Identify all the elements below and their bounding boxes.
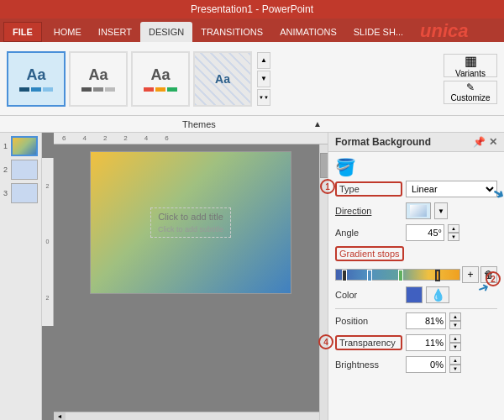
slide-thumb-3[interactable] <box>11 183 38 203</box>
slide-number-3: 3 <box>3 189 8 197</box>
position-spin-up[interactable]: ▲ <box>449 312 461 321</box>
angle-row: Angle ▲ ▼ <box>335 224 497 241</box>
theme-item-2[interactable]: Aa <box>69 51 128 107</box>
angle-label: Angle <box>335 228 402 238</box>
slide-canvas[interactable]: Click to add title Click to add subtitle <box>90 151 291 294</box>
slide-number-2: 2 <box>3 165 8 174</box>
slide-text-box[interactable]: Click to add title Click to add subtitle <box>150 207 231 238</box>
tab-animations[interactable]: ANIMATIONS <box>271 22 345 42</box>
ruler-left: 202 <box>42 158 54 326</box>
tab-slideshow[interactable]: SLIDE SH... <box>345 22 412 42</box>
ribbon-tabs-bar: FILE HOME INSERT DESIGN TRANSITIONS ANIM… <box>0 18 504 42</box>
unica-logo: unica <box>420 20 468 42</box>
brightness-label: Brightness <box>335 360 402 370</box>
themes-label-bar: Themes ▲ <box>0 116 504 133</box>
panel-pin-icon[interactable]: 📌 <box>473 136 486 148</box>
panel-divider-1 <box>335 308 497 309</box>
color-picker-btn[interactable]: 💧 <box>426 286 449 303</box>
angle-spin-up[interactable]: ▲ <box>448 224 459 233</box>
slide-thumb-1[interactable] <box>11 136 38 156</box>
brightness-spin-up[interactable]: ▲ <box>449 356 461 365</box>
scrollbar-thumb[interactable] <box>320 153 328 178</box>
slide-number-1: 1 <box>3 142 8 150</box>
tab-home[interactable]: HOME <box>45 22 90 42</box>
paint-bucket-icon: 🪣 <box>335 157 497 177</box>
theme-label-2: Aa <box>88 66 108 84</box>
format-panel-body: 🪣 Type Linear Radial Rectangular 1 Direc… <box>328 152 504 383</box>
format-panel-header: Format Background 📌 ✕ <box>328 133 504 152</box>
tab-insert[interactable]: INSERT <box>90 22 140 42</box>
angle-spin-down[interactable]: ▼ <box>448 233 459 241</box>
theme-scroll-more[interactable]: ▼▼ <box>257 89 270 106</box>
theme-scroll-up[interactable]: ▲ <box>257 52 270 69</box>
direction-row: Direction ▼ ➜ 3 <box>335 202 497 219</box>
direction-dropdown-btn[interactable]: ▼ <box>434 202 448 219</box>
annotation-4-circle: 4 <box>318 334 333 349</box>
theme-items: Aa Aa Aa Aa <box>7 51 437 107</box>
theme-scroll-down[interactable]: ▼ <box>257 71 270 87</box>
main-area: 1 2 3 642246 202 Click to add title Clic… <box>0 133 504 420</box>
ruler-top: 642246 <box>54 133 328 144</box>
slide-nav-item-3[interactable]: 3 <box>3 183 38 203</box>
theme-item-4[interactable]: Aa <box>193 51 252 107</box>
slide-placeholder-title: Click to add title <box>158 212 223 222</box>
ribbon-content: Aa Aa Aa Aa <box>0 42 504 116</box>
theme-label-1: Aa <box>26 66 45 84</box>
brightness-input[interactable] <box>406 356 446 373</box>
type-label: Type <box>335 181 402 197</box>
position-spin-down[interactable]: ▼ <box>449 321 461 329</box>
theme-scroll-btns: ▲ ▼ ▼▼ <box>257 52 270 106</box>
variants-label: Variants <box>455 69 486 78</box>
themes-section-label: Themes <box>182 119 216 129</box>
transparency-spin-up[interactable]: ▲ <box>449 334 461 343</box>
ribbon-right-buttons: ▦ Variants ✎ Customize <box>444 54 497 104</box>
slide-nav-item-1[interactable]: 1 <box>3 136 38 156</box>
direction-label: Direction <box>335 206 402 216</box>
theme-item-3[interactable]: Aa <box>131 51 190 107</box>
customize-button[interactable]: ✎ Customize <box>444 81 497 104</box>
slide-nav-item-2[interactable]: 2 <box>3 160 38 180</box>
add-stop-btn[interactable]: + <box>462 266 479 283</box>
title-text: Presentation1 - PowerPoint <box>191 3 313 15</box>
gradient-stops-section: Gradient stops + 🗑 <box>335 246 497 283</box>
tab-transitions[interactable]: TRANSITIONS <box>192 22 271 42</box>
title-bar: Presentation1 - PowerPoint <box>0 0 504 18</box>
tab-file[interactable]: FILE <box>3 22 42 42</box>
color-row: Color 💧 2 ➜ <box>335 286 497 303</box>
gradient-stops-label: Gradient stops <box>335 246 404 261</box>
slide-nav: 1 2 3 <box>0 133 42 420</box>
brightness-row: Brightness ▲ ▼ <box>335 356 497 373</box>
tab-design[interactable]: DESIGN <box>140 22 192 42</box>
theme-item-1[interactable]: Aa <box>7 51 66 107</box>
brightness-spin-down[interactable]: ▼ <box>449 365 461 373</box>
canvas-scrollbar[interactable]: ▲ <box>319 133 328 420</box>
theme-label-4: Aa <box>215 72 230 86</box>
annotation-1: 1 <box>320 179 335 194</box>
direction-preview-btn[interactable] <box>406 202 431 219</box>
gradient-bar-row: + 🗑 <box>335 266 497 283</box>
slide-canvas-area: 642246 202 Click to add title Click to a… <box>42 133 328 420</box>
angle-input[interactable] <box>406 224 444 241</box>
slide-thumb-2[interactable] <box>11 160 38 180</box>
theme-label-3: Aa <box>150 66 170 84</box>
transparency-spin-down[interactable]: ▼ <box>449 343 461 351</box>
type-select[interactable]: Linear Radial Rectangular <box>406 181 497 197</box>
format-background-panel: Format Background 📌 ✕ 🪣 Type Linear Radi… <box>328 133 504 420</box>
transparency-input[interactable] <box>406 334 446 351</box>
variants-button[interactable]: ▦ Variants <box>444 54 497 77</box>
canvas-scrollbar-bottom[interactable]: ◄ <box>54 412 319 420</box>
transparency-row: Transparency ▲ ▼ 4 <box>335 334 497 351</box>
color-label: Color <box>335 290 402 300</box>
scrollbar-left-btn[interactable]: ◄ <box>54 412 66 421</box>
themes-collapse-icon[interactable]: ▲ <box>313 119 322 129</box>
gradient-bar[interactable] <box>335 269 460 281</box>
position-label: Position <box>335 316 402 326</box>
panel-close-icon[interactable]: ✕ <box>489 136 497 148</box>
format-panel-title: Format Background <box>335 136 431 148</box>
position-input[interactable] <box>406 312 446 329</box>
slide-placeholder-subtitle: Click to add subtitle <box>158 225 223 234</box>
customize-label: Customize <box>450 93 490 102</box>
color-swatch[interactable] <box>406 286 423 303</box>
type-row: Type Linear Radial Rectangular 1 <box>335 181 497 197</box>
transparency-label: Transparency <box>335 335 402 350</box>
